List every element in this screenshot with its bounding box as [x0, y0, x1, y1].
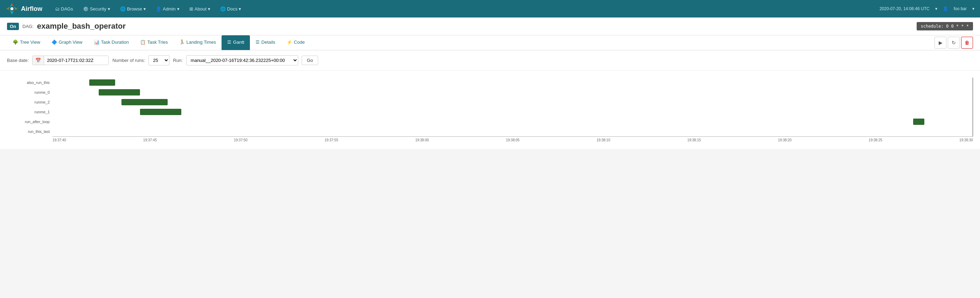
browse-icon: 🌐	[120, 6, 126, 11]
gantt-label-run-this-last: run_this_last	[7, 127, 50, 136]
gantt-tick: 19:38:25	[869, 138, 882, 142]
svg-marker-7	[6, 7, 10, 9]
run-select[interactable]: manual__2020-07-16T19:42:36.232225+00:00	[186, 55, 298, 65]
gantt-bar-run_after_loop[interactable]	[913, 119, 924, 125]
user-dropdown-icon: ▾	[972, 6, 974, 11]
nav-browse[interactable]: 🌐 Browse ▾	[116, 3, 150, 14]
gantt-tick: 19:37:55	[325, 138, 338, 142]
gantt-bar-runme_1[interactable]	[140, 109, 181, 115]
gantt-body: 19:37:4019:37:4519:37:5019:37:5519:38:00…	[52, 78, 973, 142]
svg-marker-0	[12, 3, 14, 7]
gantt-label-runme-0: runme_0	[7, 87, 50, 97]
tab-task-tries[interactable]: 📋 Task Tries	[134, 35, 173, 50]
admin-dropdown-icon: ▾	[177, 6, 180, 11]
security-icon: ⚙️	[83, 6, 89, 11]
gantt-label-run-after-loop: run_after_loop	[7, 117, 50, 127]
svg-marker-4	[12, 11, 14, 14]
base-date-input[interactable]	[44, 56, 108, 65]
date-input-wrap: 📅	[32, 55, 109, 65]
chart-container: also_run_this runme_0 runme_2 runme_1 ru…	[0, 71, 980, 149]
delete-button[interactable]: 🗑	[961, 37, 973, 49]
svg-marker-1	[10, 3, 12, 7]
brand-text: Airflow	[21, 5, 42, 13]
nav-right: 2020-07-20, 14:06:46 UTC ▾ 👤 foo bar ▾	[880, 6, 974, 11]
calendar-icon[interactable]: 📅	[33, 56, 44, 65]
tab-tree-view[interactable]: 🌳 Tree View	[7, 35, 46, 50]
tab-graph-view[interactable]: 🔷 Graph View	[46, 35, 88, 50]
task-duration-icon: 📊	[94, 40, 99, 45]
tree-view-icon: 🌳	[13, 40, 18, 45]
code-icon: ⚡	[286, 40, 292, 45]
dag-icon: 🗂	[55, 6, 59, 11]
tab-code[interactable]: ⚡ Code	[281, 35, 310, 50]
gantt-bar-row	[52, 127, 973, 136]
dag-title-area: On DAG: example_bash_operator	[7, 22, 126, 31]
base-date-label: Base date:	[7, 58, 29, 63]
nav-datetime[interactable]: 2020-07-20, 14:06:46 UTC	[880, 6, 930, 11]
gantt-labels: also_run_this runme_0 runme_2 runme_1 ru…	[7, 78, 52, 142]
details-icon: ☰	[256, 40, 260, 45]
gantt-bar-row	[52, 97, 973, 107]
gantt-tick: 19:38:10	[597, 138, 610, 142]
run-button[interactable]: ▶	[934, 37, 947, 49]
gantt-label-runme-2: runme_2	[7, 97, 50, 107]
gantt-wrap: also_run_this runme_0 runme_2 runme_1 ru…	[7, 78, 973, 142]
nav-admin[interactable]: 👤 Admin ▾	[151, 3, 184, 14]
go-button[interactable]: Go	[302, 55, 318, 65]
dag-name: example_bash_operator	[37, 22, 126, 31]
on-badge[interactable]: On	[7, 23, 19, 30]
gantt-tick: 19:38:00	[415, 138, 429, 142]
landing-times-icon: 🏃	[179, 40, 185, 45]
dag-prefix: DAG:	[22, 24, 33, 29]
num-runs-select[interactable]: 5 10 25 50 100	[148, 55, 169, 65]
gantt-tick: 19:38:15	[687, 138, 701, 142]
graph-view-icon: 🔷	[51, 40, 57, 45]
tab-landing-times[interactable]: 🏃 Landing Times	[173, 35, 222, 50]
svg-marker-6	[6, 9, 10, 11]
refresh-button[interactable]: ↻	[948, 37, 960, 49]
gantt-bar-row	[52, 117, 973, 127]
brand-logo[interactable]: Airflow	[6, 2, 42, 15]
about-icon: ⊞	[189, 6, 193, 11]
datetime-dropdown-icon: ▾	[935, 6, 937, 11]
gantt-bar-also_run_this[interactable]	[89, 79, 115, 86]
gantt-tick: 19:37:40	[52, 138, 66, 142]
controls-bar: Base date: 📅 Number of runs: 5 10 25 50 …	[0, 51, 980, 71]
gantt-vline	[973, 78, 973, 136]
gantt-axis: 19:37:4019:37:4519:37:5019:37:5519:38:00…	[52, 136, 973, 142]
svg-marker-5	[10, 11, 12, 14]
page-header: On DAG: example_bash_operator schedule: …	[0, 17, 980, 35]
tab-gantt[interactable]: ☰ Gantt	[221, 35, 250, 50]
svg-point-8	[11, 7, 14, 11]
svg-marker-3	[14, 9, 18, 11]
gantt-tick: 19:38:20	[778, 138, 792, 142]
tab-task-duration[interactable]: 📊 Task Duration	[88, 35, 134, 50]
num-runs-label: Number of runs:	[112, 58, 145, 63]
gantt-bar-row	[52, 78, 973, 87]
schedule-badge: schedule: 0 0 * * *	[916, 22, 973, 30]
tab-details[interactable]: ☰ Details	[250, 35, 281, 50]
nav-user[interactable]: foo bar	[954, 6, 967, 11]
gantt-bar-runme_2[interactable]	[121, 99, 168, 105]
tab-actions: ▶ ↻ 🗑	[934, 37, 973, 49]
admin-icon: 👤	[156, 6, 161, 11]
navbar: Airflow 🗂 DAGs ⚙️ Security ▾ 🌐 Browse ▾ …	[0, 0, 980, 17]
nav-dags[interactable]: 🗂 DAGs	[51, 3, 77, 14]
run-label: Run:	[173, 58, 182, 63]
security-dropdown-icon: ▾	[108, 6, 110, 11]
gantt-tick: 19:38:05	[506, 138, 519, 142]
about-dropdown-icon: ▾	[208, 6, 210, 11]
gantt-tick: 19:38:30	[959, 138, 973, 142]
task-tries-icon: 📋	[140, 40, 146, 45]
svg-marker-2	[14, 7, 18, 9]
tabs: 🌳 Tree View 🔷 Graph View 📊 Task Duration…	[7, 35, 310, 50]
tabs-bar: 🌳 Tree View 🔷 Graph View 📊 Task Duration…	[0, 35, 980, 51]
gantt-tick: 19:37:45	[143, 138, 157, 142]
docs-icon: 🌐	[220, 6, 226, 11]
gantt-bar-runme_0[interactable]	[99, 89, 140, 95]
gantt-bar-row	[52, 87, 973, 97]
nav-about[interactable]: ⊞ About ▾	[185, 3, 215, 14]
nav-docs[interactable]: 🌐 Docs ▾	[216, 3, 246, 14]
nav-security[interactable]: ⚙️ Security ▾	[79, 3, 115, 14]
browse-dropdown-icon: ▾	[143, 6, 146, 11]
